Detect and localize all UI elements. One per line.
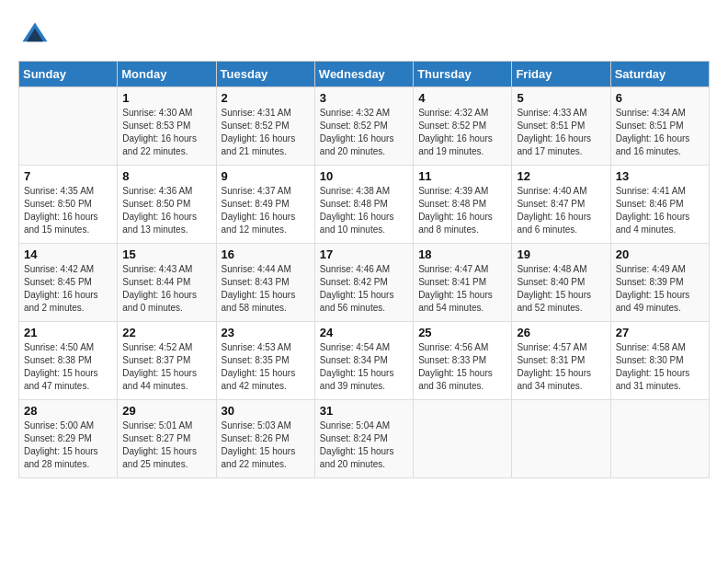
day-info: Sunrise: 4:53 AMSunset: 8:35 PMDaylight:… — [222, 341, 310, 393]
calendar-cell: 8Sunrise: 4:36 AMSunset: 8:50 PMDaylight… — [118, 166, 216, 244]
day-info: Sunrise: 4:58 AMSunset: 8:30 PMDaylight:… — [616, 341, 704, 393]
day-info: Sunrise: 4:52 AMSunset: 8:37 PMDaylight:… — [122, 341, 210, 393]
day-number: 29 — [122, 404, 210, 418]
calendar-cell: 2Sunrise: 4:31 AMSunset: 8:52 PMDaylight… — [216, 87, 314, 166]
day-number: 7 — [24, 169, 112, 183]
day-number: 14 — [24, 247, 112, 261]
day-number: 9 — [222, 169, 310, 183]
calendar-cell: 26Sunrise: 4:57 AMSunset: 8:31 PMDayligh… — [512, 322, 610, 400]
day-number: 8 — [122, 169, 210, 183]
calendar-cell: 1Sunrise: 4:30 AMSunset: 8:53 PMDaylight… — [118, 87, 216, 166]
day-info: Sunrise: 4:30 AMSunset: 8:53 PMDaylight:… — [122, 107, 210, 158]
day-info: Sunrise: 4:54 AMSunset: 8:34 PMDaylight:… — [320, 341, 408, 393]
weekday-header-tuesday: Tuesday — [216, 62, 314, 87]
calendar-week-row: 14Sunrise: 4:42 AMSunset: 8:45 PMDayligh… — [19, 244, 710, 322]
day-number: 4 — [418, 91, 506, 105]
calendar-cell — [414, 400, 512, 478]
day-number: 3 — [320, 91, 408, 105]
day-info: Sunrise: 5:04 AMSunset: 8:24 PMDaylight:… — [320, 419, 408, 471]
day-number: 2 — [222, 91, 310, 105]
day-info: Sunrise: 4:38 AMSunset: 8:48 PMDaylight:… — [320, 185, 408, 236]
day-number: 24 — [320, 326, 408, 339]
calendar-cell: 28Sunrise: 5:00 AMSunset: 8:29 PMDayligh… — [19, 400, 118, 478]
day-info: Sunrise: 4:42 AMSunset: 8:45 PMDaylight:… — [24, 263, 112, 315]
day-number: 27 — [616, 326, 704, 339]
day-info: Sunrise: 4:36 AMSunset: 8:50 PMDaylight:… — [122, 185, 210, 236]
page-header — [18, 18, 710, 52]
calendar-cell: 7Sunrise: 4:35 AMSunset: 8:50 PMDaylight… — [19, 166, 118, 244]
day-number: 25 — [418, 326, 506, 339]
calendar-week-row: 28Sunrise: 5:00 AMSunset: 8:29 PMDayligh… — [19, 400, 710, 478]
day-info: Sunrise: 4:47 AMSunset: 8:41 PMDaylight:… — [418, 263, 506, 315]
day-info: Sunrise: 4:32 AMSunset: 8:52 PMDaylight:… — [320, 107, 408, 158]
calendar-week-row: 1Sunrise: 4:30 AMSunset: 8:53 PMDaylight… — [19, 87, 710, 166]
calendar-cell: 14Sunrise: 4:42 AMSunset: 8:45 PMDayligh… — [19, 244, 118, 322]
calendar-table: SundayMondayTuesdayWednesdayThursdayFrid… — [18, 61, 710, 478]
calendar-cell: 15Sunrise: 4:43 AMSunset: 8:44 PMDayligh… — [118, 244, 216, 322]
day-info: Sunrise: 5:01 AMSunset: 8:27 PMDaylight:… — [122, 419, 210, 471]
day-info: Sunrise: 4:31 AMSunset: 8:52 PMDaylight:… — [222, 107, 310, 158]
day-number: 19 — [517, 247, 605, 261]
calendar-cell: 11Sunrise: 4:39 AMSunset: 8:48 PMDayligh… — [414, 166, 512, 244]
day-info: Sunrise: 4:35 AMSunset: 8:50 PMDaylight:… — [24, 185, 112, 236]
calendar-cell: 13Sunrise: 4:41 AMSunset: 8:46 PMDayligh… — [610, 166, 709, 244]
day-number: 15 — [122, 247, 210, 261]
weekday-header-row: SundayMondayTuesdayWednesdayThursdayFrid… — [19, 62, 710, 87]
day-info: Sunrise: 4:46 AMSunset: 8:42 PMDaylight:… — [320, 263, 408, 315]
day-number: 11 — [418, 169, 506, 183]
calendar-cell: 9Sunrise: 4:37 AMSunset: 8:49 PMDaylight… — [216, 166, 314, 244]
calendar-cell: 18Sunrise: 4:47 AMSunset: 8:41 PMDayligh… — [414, 244, 512, 322]
logo-icon — [18, 18, 51, 52]
day-info: Sunrise: 4:57 AMSunset: 8:31 PMDaylight:… — [517, 341, 605, 393]
day-number: 22 — [122, 326, 210, 339]
day-info: Sunrise: 4:49 AMSunset: 8:39 PMDaylight:… — [616, 263, 704, 315]
calendar-cell: 23Sunrise: 4:53 AMSunset: 8:35 PMDayligh… — [216, 322, 314, 400]
day-number: 23 — [222, 326, 310, 339]
calendar-cell: 30Sunrise: 5:03 AMSunset: 8:26 PMDayligh… — [216, 400, 314, 478]
calendar-cell: 12Sunrise: 4:40 AMSunset: 8:47 PMDayligh… — [512, 166, 610, 244]
calendar-cell: 3Sunrise: 4:32 AMSunset: 8:52 PMDaylight… — [314, 87, 413, 166]
logo — [18, 18, 55, 52]
day-info: Sunrise: 4:50 AMSunset: 8:38 PMDaylight:… — [24, 341, 112, 393]
calendar-cell: 19Sunrise: 4:48 AMSunset: 8:40 PMDayligh… — [512, 244, 610, 322]
day-number: 30 — [222, 404, 310, 418]
day-info: Sunrise: 4:56 AMSunset: 8:33 PMDaylight:… — [418, 341, 506, 393]
weekday-header-sunday: Sunday — [19, 62, 118, 87]
day-number: 16 — [222, 247, 310, 261]
calendar-cell — [610, 400, 709, 478]
weekday-header-saturday: Saturday — [610, 62, 709, 87]
calendar-cell: 20Sunrise: 4:49 AMSunset: 8:39 PMDayligh… — [610, 244, 709, 322]
calendar-cell: 29Sunrise: 5:01 AMSunset: 8:27 PMDayligh… — [118, 400, 216, 478]
calendar-cell: 5Sunrise: 4:33 AMSunset: 8:51 PMDaylight… — [512, 87, 610, 166]
calendar-cell — [19, 87, 118, 166]
day-number: 26 — [517, 326, 605, 339]
calendar-cell: 21Sunrise: 4:50 AMSunset: 8:38 PMDayligh… — [19, 322, 118, 400]
calendar-header: SundayMondayTuesdayWednesdayThursdayFrid… — [19, 62, 710, 87]
day-info: Sunrise: 4:43 AMSunset: 8:44 PMDaylight:… — [122, 263, 210, 315]
day-info: Sunrise: 4:41 AMSunset: 8:46 PMDaylight:… — [616, 185, 704, 236]
day-info: Sunrise: 4:37 AMSunset: 8:49 PMDaylight:… — [222, 185, 310, 236]
day-info: Sunrise: 4:33 AMSunset: 8:51 PMDaylight:… — [517, 107, 605, 158]
calendar-cell: 27Sunrise: 4:58 AMSunset: 8:30 PMDayligh… — [610, 322, 709, 400]
day-info: Sunrise: 4:40 AMSunset: 8:47 PMDaylight:… — [517, 185, 605, 236]
day-info: Sunrise: 5:00 AMSunset: 8:29 PMDaylight:… — [24, 419, 112, 471]
day-info: Sunrise: 4:44 AMSunset: 8:43 PMDaylight:… — [222, 263, 310, 315]
day-number: 6 — [616, 91, 704, 105]
day-number: 5 — [517, 91, 605, 105]
weekday-header-friday: Friday — [512, 62, 610, 87]
weekday-header-monday: Monday — [118, 62, 216, 87]
day-info: Sunrise: 4:32 AMSunset: 8:52 PMDaylight:… — [418, 107, 506, 158]
calendar-cell: 16Sunrise: 4:44 AMSunset: 8:43 PMDayligh… — [216, 244, 314, 322]
day-number: 12 — [517, 169, 605, 183]
weekday-header-wednesday: Wednesday — [314, 62, 413, 87]
day-number: 21 — [24, 326, 112, 339]
day-number: 20 — [616, 247, 704, 261]
calendar-cell: 31Sunrise: 5:04 AMSunset: 8:24 PMDayligh… — [314, 400, 413, 478]
calendar-cell: 17Sunrise: 4:46 AMSunset: 8:42 PMDayligh… — [314, 244, 413, 322]
calendar-cell — [512, 400, 610, 478]
weekday-header-thursday: Thursday — [414, 62, 512, 87]
day-number: 28 — [24, 404, 112, 418]
day-info: Sunrise: 4:48 AMSunset: 8:40 PMDaylight:… — [517, 263, 605, 315]
day-number: 18 — [418, 247, 506, 261]
calendar-week-row: 21Sunrise: 4:50 AMSunset: 8:38 PMDayligh… — [19, 322, 710, 400]
